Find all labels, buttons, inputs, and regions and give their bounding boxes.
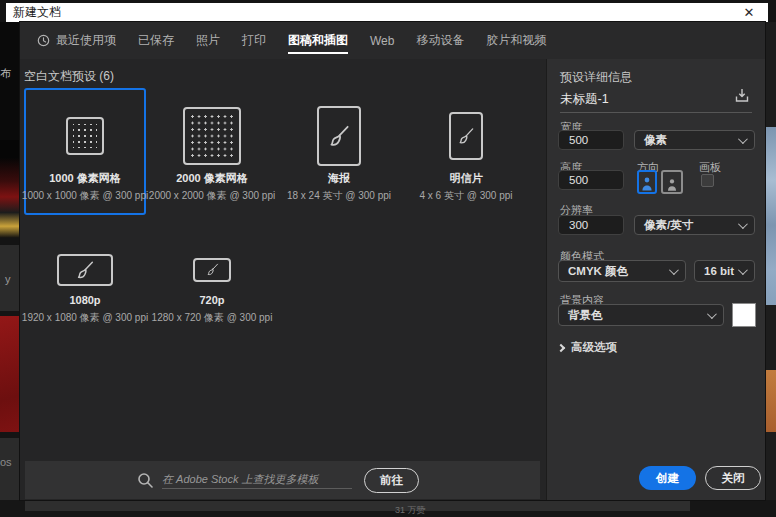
- resolution-unit-dropdown[interactable]: 像素/英寸: [634, 215, 755, 235]
- tab-film-video[interactable]: 胶片和视频: [475, 22, 557, 59]
- document-name-field[interactable]: 未标题-1: [560, 91, 609, 108]
- chevron-down-icon: [738, 134, 748, 144]
- tab-mobile[interactable]: 移动设备: [405, 22, 475, 59]
- close-button[interactable]: 关闭: [705, 466, 761, 490]
- divider: [560, 112, 752, 113]
- tab-label: 照片: [196, 32, 220, 49]
- preset-card-720p[interactable]: 720p 1280 x 720 像素 @ 300 ppi: [151, 233, 273, 337]
- bit-depth-dropdown[interactable]: 16 bit: [694, 260, 755, 282]
- preset-detail: 1000 x 1000 像素 @ 300 ppi: [22, 189, 148, 203]
- preset-name: 明信片: [450, 172, 483, 185]
- tab-label: 最近使用项: [56, 32, 116, 49]
- orientation-portrait-button[interactable]: [637, 170, 657, 194]
- background-thumbnail: [0, 140, 19, 238]
- dialog-title: 新建文档: [13, 4, 61, 21]
- tab-label: 移动设备: [416, 32, 464, 49]
- background-contents-dropdown[interactable]: 背景色: [558, 304, 724, 326]
- bit-depth-value: 16 bit: [704, 265, 738, 277]
- resolution-unit-value: 像素/英寸: [644, 218, 738, 233]
- presets-section-title: 空白文档预设 (6): [24, 68, 114, 85]
- presets-pane: 空白文档预设 (6) 1000 像素网格 1000 x 1000 像素 @ 30…: [20, 59, 546, 500]
- resolution-input[interactable]: [558, 215, 624, 235]
- artboard-label: 画板: [699, 160, 721, 175]
- background-text-fragment: os: [0, 456, 12, 468]
- preset-card-poster[interactable]: 海报 18 x 24 英寸 @ 300 ppi: [278, 88, 400, 215]
- pixel-grid-icon: [183, 107, 241, 165]
- tab-web[interactable]: Web: [359, 22, 405, 59]
- preset-name: 海报: [328, 172, 350, 185]
- artboard-checkbox[interactable]: [701, 174, 714, 187]
- portrait-person-icon: [640, 175, 654, 192]
- preset-name: 1080p: [69, 294, 100, 307]
- preset-detail: 18 x 24 英寸 @ 300 ppi: [287, 189, 391, 203]
- tab-label: 已保存: [138, 32, 174, 49]
- preset-detail: 1920 x 1080 像素 @ 300 ppi: [22, 311, 148, 325]
- paintbrush-document-icon: [317, 106, 361, 166]
- background-bottom-bar: [25, 500, 690, 511]
- width-unit-value: 像素: [644, 133, 738, 148]
- tab-recent[interactable]: 最近使用项: [26, 22, 127, 59]
- advanced-options-label: 高级选项: [571, 340, 617, 355]
- background-image-fragment: [765, 127, 776, 305]
- background-text-fragment: 布: [0, 66, 11, 81]
- tab-label: 胶片和视频: [486, 32, 546, 49]
- color-mode-value: CMYK 颜色: [568, 264, 669, 279]
- panel-title: 预设详细信息: [560, 69, 632, 86]
- chevron-down-icon: [669, 265, 679, 275]
- color-mode-dropdown[interactable]: CMYK 颜色: [558, 260, 686, 282]
- background-likes-text: 31 万赞: [395, 504, 426, 517]
- paintbrush-document-icon: [449, 112, 483, 160]
- preset-card-1000-pixel-grid[interactable]: 1000 像素网格 1000 x 1000 像素 @ 300 ppi: [24, 88, 146, 215]
- background-card: os: [0, 438, 19, 500]
- new-document-dialog: 最近使用项 已保存 照片 打印 图稿和插图 Web 移动设备 胶片和视频 空白文…: [20, 22, 765, 500]
- preset-detail: 4 x 6 英寸 @ 300 ppi: [420, 189, 513, 203]
- tab-label: 打印: [242, 32, 266, 49]
- adobe-stock-search-bar: 前往: [25, 461, 540, 499]
- preset-card-postcard[interactable]: 明信片 4 x 6 英寸 @ 300 ppi: [405, 88, 527, 215]
- tab-saved[interactable]: 已保存: [127, 22, 185, 59]
- preset-details-panel: 预设详细信息 未标题-1 宽度 像素 高度 方向 画板: [546, 59, 765, 500]
- create-button[interactable]: 创建: [639, 466, 696, 490]
- preset-detail: 1280 x 720 像素 @ 300 ppi: [152, 311, 273, 325]
- background-card: y: [0, 245, 19, 311]
- chevron-down-icon: [738, 219, 748, 229]
- save-preset-icon[interactable]: [732, 86, 752, 106]
- tab-label: 图稿和插图: [288, 32, 348, 49]
- stock-search-input[interactable]: [162, 471, 352, 489]
- search-icon: [137, 472, 154, 489]
- tab-photo[interactable]: 照片: [185, 22, 231, 59]
- orientation-landscape-button[interactable]: [661, 170, 683, 194]
- paintbrush-document-icon: [193, 258, 231, 282]
- preset-name: 1000 像素网格: [49, 172, 121, 185]
- paintbrush-document-icon: [57, 254, 113, 286]
- width-input[interactable]: [558, 130, 624, 150]
- width-unit-dropdown[interactable]: 像素: [634, 130, 755, 150]
- preset-name: 2000 像素网格: [176, 172, 248, 185]
- background-thumbnail: [0, 316, 19, 432]
- dialog-titlebar: 新建文档 ✕: [6, 3, 768, 22]
- chevron-down-icon: [707, 309, 717, 319]
- chevron-right-icon: [557, 343, 565, 351]
- preset-card-grid: 1000 像素网格 1000 x 1000 像素 @ 300 ppi 2000 …: [24, 88, 527, 337]
- category-tabbar: 最近使用项 已保存 照片 打印 图稿和插图 Web 移动设备 胶片和视频: [20, 22, 765, 59]
- stock-go-button[interactable]: 前往: [364, 468, 419, 493]
- tab-art-illustration[interactable]: 图稿和插图: [277, 22, 359, 59]
- preset-name: 720p: [199, 294, 224, 307]
- clock-icon: [37, 34, 50, 47]
- tab-label: Web: [370, 34, 394, 48]
- background-image-fragment: [765, 370, 776, 432]
- background-text-fragment: y: [5, 273, 11, 285]
- height-input[interactable]: [558, 170, 624, 190]
- preset-card-1080p[interactable]: 1080p 1920 x 1080 像素 @ 300 ppi: [24, 233, 146, 337]
- preset-card-2000-pixel-grid[interactable]: 2000 像素网格 2000 x 2000 像素 @ 300 ppi: [151, 88, 273, 215]
- background-color-swatch[interactable]: [732, 303, 756, 327]
- background-contents-value: 背景色: [568, 308, 707, 323]
- tab-print[interactable]: 打印: [231, 22, 277, 59]
- chevron-down-icon: [738, 265, 748, 275]
- landscape-person-icon: [665, 177, 679, 192]
- close-icon[interactable]: ✕: [738, 5, 760, 20]
- advanced-options-toggle[interactable]: 高级选项: [558, 340, 617, 355]
- background-strip-left: 布: [0, 22, 20, 140]
- preset-detail: 2000 x 2000 像素 @ 300 ppi: [149, 189, 275, 203]
- pixel-grid-icon: [66, 117, 104, 155]
